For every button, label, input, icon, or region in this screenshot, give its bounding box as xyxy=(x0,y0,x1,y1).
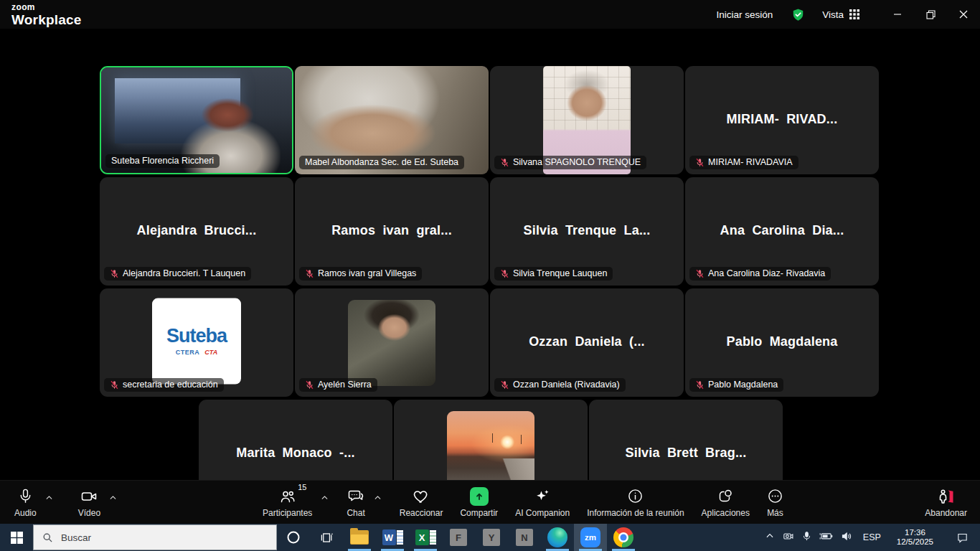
participant-tile[interactable]: Suteba Florencia Riccheri xyxy=(100,66,293,174)
camera-in-use-icon[interactable] xyxy=(782,530,794,545)
participant-name-label: Suteba Florencia Riccheri xyxy=(105,154,220,168)
brand-top: zoom xyxy=(11,3,82,11)
task-view-icon xyxy=(320,531,334,545)
chevron-up-icon[interactable] xyxy=(108,492,118,505)
security-shield-icon[interactable] xyxy=(791,8,805,22)
participant-name-text: Silvia Trenque Lauquen xyxy=(513,268,607,278)
toolbar-button-audio[interactable]: Audio xyxy=(14,481,54,518)
taskbar-app-file-explorer[interactable] xyxy=(343,524,376,551)
toolbar-button-label: Reaccionar xyxy=(400,508,443,518)
toolbar-button-meeting-info[interactable]: Información de la reunión xyxy=(587,481,684,518)
chevron-up-icon[interactable] xyxy=(44,492,54,505)
taskbar-app-word[interactable]: W xyxy=(376,524,409,551)
tray-date: 12/5/2025 xyxy=(897,537,933,547)
muted-mic-icon xyxy=(500,269,509,278)
chrome-icon xyxy=(613,527,633,547)
pinned-app-icon: N xyxy=(516,529,533,546)
toolbar-button-react[interactable]: Reaccionar xyxy=(400,481,443,518)
participant-gallery: Suteba Florencia RiccheriMabel Albondanz… xyxy=(0,29,980,480)
taskbar-app-edge[interactable] xyxy=(541,524,574,551)
participant-display-name: MIRIAM- RIVAD... xyxy=(685,111,879,126)
taskbar-app-chrome[interactable] xyxy=(607,524,640,551)
chevron-up-icon[interactable] xyxy=(373,492,382,505)
toolbar-button-share[interactable]: Compartir xyxy=(460,481,498,518)
zoom-app-icon: zm xyxy=(580,527,600,547)
muted-mic-icon xyxy=(500,380,509,390)
muted-mic-icon xyxy=(500,158,509,167)
participant-name-text: Ramos ivan gral Villegas xyxy=(318,268,416,278)
restore-button[interactable] xyxy=(914,0,947,29)
tray-expand-chevron-icon[interactable] xyxy=(765,531,775,544)
close-button[interactable] xyxy=(947,0,980,29)
participant-tile[interactable]: Silvia Trenque La...Silvia Trenque Lauqu… xyxy=(490,177,684,286)
toolbar-button-label: Compartir xyxy=(460,508,498,518)
participant-tile[interactable]: Ozzan Daniela (...Ozzan Daniela (Rivadav… xyxy=(490,288,684,397)
participant-tile[interactable]: Mabel Albondanza Sec. de Ed. Suteba xyxy=(295,66,489,174)
toolbar-button-label: Información de la reunión xyxy=(587,508,684,518)
cortana-icon xyxy=(286,530,301,545)
toolbar-button-leave[interactable]: Abandonar xyxy=(925,481,967,518)
participant-display-name: Silvia Trenque La... xyxy=(490,222,684,237)
participant-tile[interactable]: Ramos ivan gral...Ramos ivan gral Villeg… xyxy=(295,177,489,286)
participant-name-label: Silvia Trenque Lauquen xyxy=(494,267,613,281)
muted-mic-icon xyxy=(110,380,119,390)
taskbar-clock[interactable]: 17:36 12/5/2025 xyxy=(897,528,933,547)
participant-name-label: Mabel Albondanza Sec. de Ed. Suteba xyxy=(299,156,464,169)
muted-mic-icon xyxy=(695,158,705,167)
participant-tile[interactable]: SutebaCTERACTAsecretaria de educación xyxy=(100,288,293,397)
taskbar-app-pinned-n[interactable]: N xyxy=(508,524,541,551)
word-icon: W xyxy=(382,529,403,545)
toolbar-button-apps[interactable]: Aplicaciones xyxy=(702,481,750,518)
cortana-button[interactable] xyxy=(277,524,310,551)
taskbar-app-excel[interactable]: X xyxy=(409,524,442,551)
task-view-button[interactable] xyxy=(310,524,343,551)
sign-in-button[interactable]: Iniciar sesión xyxy=(716,9,773,20)
participants-count-badge: 15 xyxy=(298,483,306,491)
minimize-button[interactable] xyxy=(881,0,914,29)
suteba-logo-title: Suteba xyxy=(166,326,227,346)
microphone-tray-icon[interactable] xyxy=(801,531,812,545)
suteba-logo-ctera: CTERA xyxy=(176,349,200,356)
chevron-up-icon[interactable] xyxy=(320,492,329,505)
volume-icon[interactable] xyxy=(841,530,853,545)
taskbar-app-pinned-y[interactable]: Y xyxy=(475,524,508,551)
toolbar-button-more[interactable]: Más xyxy=(767,481,783,518)
participant-name-text: secretaria de educación xyxy=(123,380,218,390)
participant-display-name: Silvia Brett Brag... xyxy=(589,445,783,460)
taskbar-app-pinned-f[interactable]: F xyxy=(442,524,475,551)
action-center-icon[interactable] xyxy=(956,532,969,544)
start-button[interactable] xyxy=(0,524,33,551)
participant-name-text: Mabel Albondanza Sec. de Ed. Suteba xyxy=(305,157,458,167)
system-tray: ESP 17:36 12/5/2025 xyxy=(765,528,980,547)
participant-display-name: Ana Carolina Dia... xyxy=(685,222,879,237)
tray-time: 17:36 xyxy=(897,528,933,537)
participant-tile[interactable]: Pablo MagdalenaPablo Magdalena xyxy=(685,288,879,397)
battery-charging-icon[interactable] xyxy=(819,530,834,545)
toolbar-button-chat[interactable]: Chat xyxy=(347,481,382,518)
muted-mic-icon xyxy=(695,269,705,278)
muted-mic-icon xyxy=(695,380,705,390)
participant-avatar xyxy=(348,300,435,386)
participant-tile[interactable]: MIRIAM- RIVAD...MIRIAM- RIVADAVIA xyxy=(685,66,879,174)
toolbar-button-ai-companion[interactable]: AI Companion xyxy=(515,481,570,518)
participant-display-name: Marita Monaco -... xyxy=(199,445,392,460)
participant-tile[interactable]: Alejandra Brucci...Alejandra Bruccieri. … xyxy=(100,177,293,286)
participant-name-text: Suteba Florencia Riccheri xyxy=(111,156,214,166)
toolbar-button-label: AI Companion xyxy=(515,508,570,518)
participant-name-label: Ozzan Daniela (Rivadavia) xyxy=(494,378,626,392)
toolbar-button-video[interactable]: Vídeo xyxy=(78,481,118,518)
participant-name-label: Ayelén Sierra xyxy=(299,378,377,392)
taskbar-app-zoom[interactable]: zm xyxy=(574,524,607,551)
participant-name-text: MIRIAM- RIVADAVIA xyxy=(708,157,793,167)
participant-tile[interactable]: Ayelén Sierra xyxy=(295,288,489,397)
participant-display-name: Ramos ivan gral... xyxy=(295,222,489,237)
participant-tile[interactable]: Ana Carolina Dia...Ana Carolina Diaz- Ri… xyxy=(685,177,879,286)
language-indicator[interactable]: ESP xyxy=(863,532,881,542)
view-button[interactable]: Vista xyxy=(822,9,859,20)
participant-tile[interactable]: Silvana SPAGNOLO TRENQUE xyxy=(490,66,684,174)
toolbar-button-label: Vídeo xyxy=(78,508,100,518)
toolbar-button-participants[interactable]: 15Participantes xyxy=(263,481,329,518)
grid-view-icon xyxy=(849,9,859,19)
participant-name-label: Alejandra Bruccieri. T Lauquen xyxy=(104,267,251,281)
taskbar-search-input[interactable]: Buscar xyxy=(33,524,277,550)
